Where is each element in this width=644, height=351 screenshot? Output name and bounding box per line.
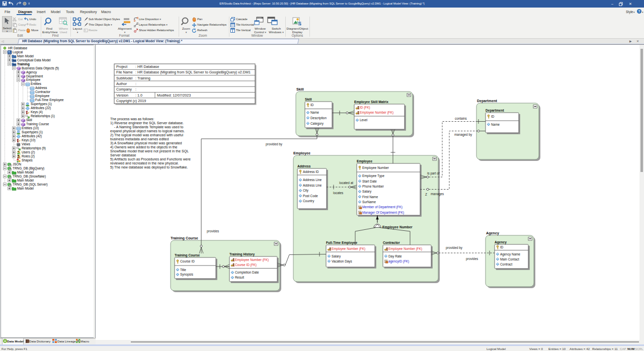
- svg-text:Phone Number: Phone Number: [362, 185, 384, 188]
- svg-text:manages: manages: [431, 192, 444, 196]
- svg-text:Logical: Logical: [13, 50, 23, 54]
- svg-text:File Name: File Name: [116, 70, 133, 74]
- svg-text:agencyID (FK): agencyID (FK): [388, 259, 409, 264]
- svg-text:located at: located at: [339, 181, 353, 185]
- svg-text:Department: Department: [477, 99, 498, 103]
- svg-text::: :: [135, 87, 136, 92]
- svg-text:Employee Number: Employee Number: [382, 225, 413, 229]
- svg-text:Entities: Entities: [31, 82, 41, 85]
- svg-text:3) A Snowflake physical model: 3) A Snowflake physical model was genera…: [110, 141, 182, 145]
- svg-text:Supertypes (1): Supertypes (1): [31, 102, 52, 106]
- svg-text:Synopsis: Synopsis: [180, 273, 193, 277]
- svg-text:expand physical object names t: expand physical object names to logical …: [110, 129, 185, 133]
- svg-text:City: City: [303, 189, 309, 193]
- svg-text:Version: Version: [116, 93, 128, 98]
- svg-text:Keys (4): Keys (4): [31, 110, 43, 114]
- svg-text:Employee: Employee: [357, 159, 372, 163]
- svg-text:Full-Time Employee: Full-Time Employee: [35, 98, 64, 102]
- svg-text:Address ID: Address ID: [303, 170, 319, 173]
- svg-text:Address: Address: [297, 164, 311, 168]
- svg-text:Skill: Skill: [296, 87, 304, 92]
- svg-text:Server database: Server database: [110, 153, 136, 157]
- svg-text:Course ID: Course ID: [180, 259, 195, 263]
- svg-text:managed by: managed by: [454, 133, 472, 137]
- svg-text:Employee Number: Employee Number: [362, 166, 389, 170]
- svg-text:Employee Number (FK): Employee Number (FK): [360, 111, 393, 115]
- svg-text::: :: [135, 64, 136, 69]
- svg-text:Name: Name: [491, 123, 500, 126]
- svg-text:ID (FK): ID (FK): [360, 106, 370, 110]
- svg-text:Manager Of Department (FK): Manager Of Department (FK): [362, 211, 404, 215]
- svg-text:Skill: Skill: [305, 98, 312, 101]
- svg-text:Contractor: Contractor: [383, 241, 400, 244]
- svg-text:Agency: Agency: [26, 70, 37, 74]
- svg-text:Relationships (9): Relationships (9): [22, 146, 46, 150]
- svg-text:Author: Author: [116, 81, 127, 86]
- svg-text:Address Line: Address Line: [303, 184, 322, 187]
- svg-text:Skill: Skill: [26, 118, 32, 122]
- svg-text:Training Course: Training Course: [171, 236, 198, 240]
- svg-text::: :: [135, 70, 136, 74]
- svg-text:Views: Views: [22, 142, 30, 146]
- svg-text:provided by: provided by: [446, 246, 463, 250]
- svg-text:Employee Number (FK): Employee Number (FK): [235, 258, 269, 262]
- svg-text:TRNG_DB (SQL Server): TRNG_DB (SQL Server): [13, 183, 48, 187]
- svg-text:1) Reverse engineer the SQL Se: 1) Reverse engineer the SQL Server datab…: [110, 121, 184, 125]
- svg-text:TRNG_DB (Snowflake): TRNG_DB (Snowflake): [13, 174, 46, 179]
- svg-text:SurName: SurName: [362, 200, 376, 204]
- svg-text:Department: Department: [486, 109, 504, 113]
- svg-text:provides: provides: [207, 229, 219, 233]
- svg-text:Main Model: Main Model: [17, 54, 34, 58]
- svg-text:Entities (10): Entities (10): [22, 126, 39, 130]
- svg-text:?: ?: [638, 10, 640, 13]
- svg-text:Training History: Training History: [229, 252, 255, 256]
- svg-text:Country: Country: [303, 199, 314, 203]
- svg-text:Result: Result: [235, 276, 244, 279]
- svg-text:Employee: Employee: [26, 78, 41, 82]
- svg-text:ID: ID: [491, 115, 495, 118]
- svg-text:HR Database (Migrating from SQ: HR Database (Migrating from SQL Server t…: [137, 70, 251, 74]
- svg-text:Training: Training: [137, 76, 150, 80]
- svg-text:Employee Number (FK): Employee Number (FK): [332, 247, 365, 251]
- svg-text:locates: locates: [333, 191, 343, 195]
- svg-text:Keys (10): Keys (10): [22, 138, 35, 142]
- svg-text:provided by: provided by: [266, 142, 283, 146]
- svg-text:business metadata and names ed: business metadata and names edited: [110, 137, 169, 141]
- svg-text:: 1.0: : 1.0: [135, 93, 142, 98]
- svg-text:Main Model: Main Model: [17, 170, 34, 174]
- svg-text:First Name: First Name: [362, 195, 378, 199]
- svg-text:Attributes (22): Attributes (22): [31, 106, 51, 110]
- svg-text:Vacation Days: Vacation Days: [332, 259, 352, 264]
- svg-text:Project: Project: [116, 64, 127, 69]
- svg-text:Department: Department: [26, 74, 43, 78]
- svg-text:Contract: Contract: [500, 262, 512, 266]
- svg-text:Salary: Salary: [362, 190, 372, 194]
- svg-text:Level: Level: [360, 118, 367, 122]
- svg-text:SubModel: SubModel: [116, 76, 133, 80]
- svg-text::: :: [135, 81, 136, 86]
- svg-text:ID: ID: [500, 245, 504, 249]
- svg-text:Training Course: Training Course: [175, 253, 200, 257]
- svg-text:Employee: Employee: [293, 151, 310, 155]
- svg-text:Contractor: Contractor: [35, 90, 51, 94]
- svg-text:Post Code: Post Code: [303, 194, 318, 198]
- svg-text:Main Model: Main Model: [17, 179, 34, 182]
- svg-text:Agency: Agency: [486, 231, 499, 235]
- svg-text:Training: Training: [17, 62, 30, 66]
- svg-text:Day Rate: Day Rate: [388, 254, 402, 258]
- svg-text:Users (2): Users (2): [22, 150, 35, 154]
- svg-text:Employee Type: Employee Type: [362, 174, 384, 178]
- svg-text:Employee: Employee: [35, 94, 50, 98]
- svg-text:ID: ID: [310, 103, 314, 107]
- svg-text:Relationships (1): Relationships (1): [31, 114, 55, 118]
- svg-text:Employee Number (FK): Employee Number (FK): [388, 247, 422, 251]
- svg-text:2) The logical model was enhan: 2) The logical model was enhanced with u…: [110, 133, 183, 137]
- svg-text:Supertypes (1): Supertypes (1): [22, 130, 43, 134]
- svg-text:HR Database: HR Database: [8, 46, 28, 50]
- svg-text:is part of: is part of: [427, 171, 440, 176]
- svg-text:TRNG_DB (BigQuery): TRNG_DB (BigQuery): [13, 166, 44, 170]
- svg-text:Title: Title: [180, 268, 186, 272]
- svg-text:Completion Date: Completion Date: [235, 271, 259, 275]
- svg-text:Training Course: Training Course: [26, 122, 49, 126]
- svg-text:Agency Name: Agency Name: [500, 252, 521, 256]
